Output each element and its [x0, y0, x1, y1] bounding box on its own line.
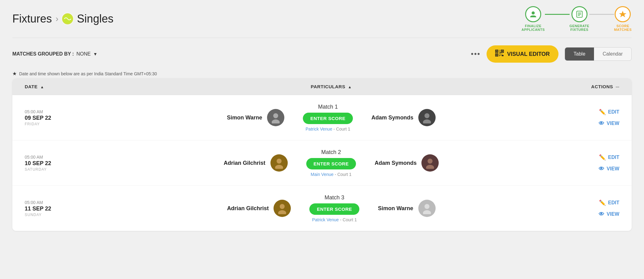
svg-point-31: [278, 210, 286, 214]
match-actions-2: ✏️ EDIT 👁 VIEW: [551, 154, 619, 172]
match-date-2: 05:00 AM 10 SEP 22 SATURDAY: [25, 155, 111, 172]
match-date-main-1: 09 SEP 22: [25, 115, 111, 121]
toolbar-right: •••: [471, 45, 632, 63]
grouped-by-control[interactable]: MATCHES GROUPED BY : NONE ▼: [12, 51, 98, 57]
view-button-2[interactable]: 👁 VIEW: [599, 166, 619, 172]
breadcrumb-current: Singles: [77, 12, 113, 25]
svg-rect-17: [500, 54, 501, 54]
edit-button-2[interactable]: ✏️ EDIT: [599, 154, 619, 161]
svg-point-27: [275, 165, 283, 169]
more-options-button[interactable]: •••: [471, 50, 480, 58]
step-generate-circle: [571, 6, 588, 22]
toolbar: MATCHES GROUPED BY : NONE ▼ •••: [12, 45, 632, 63]
step-finalize-icon: [529, 10, 537, 19]
breadcrumb: Fixtures › Singles: [12, 12, 113, 25]
step-connector-2: [589, 14, 614, 15]
match-particulars-2: Adrian Gilchrist Match 2 ENTER SCORE Mai…: [111, 149, 551, 177]
match-time-1: 05:00 AM: [25, 109, 111, 114]
enter-score-button-1[interactable]: ENTER SCORE: [303, 113, 353, 124]
step-score-label: SCORE MATCHES: [614, 24, 632, 31]
player1-3: Adrian Gilchrist: [227, 200, 291, 217]
step-score: SCORE MATCHES: [614, 6, 632, 31]
match-center-3: Match 3 ENTER SCORE Patrick Venue - Cour…: [309, 194, 359, 222]
info-text: Date and time shown below are as per Ind…: [19, 71, 157, 76]
view-button-1[interactable]: 👁 VIEW: [599, 120, 619, 127]
svg-rect-10: [502, 51, 503, 52]
table-row: 05:00 AM 09 SEP 22 FRIDAY Simon Warne Ma…: [12, 95, 632, 140]
svg-point-32: [424, 204, 429, 209]
venue-info-2: Main Venue - Court 1: [311, 172, 351, 177]
match-day-3: SUNDAY: [25, 213, 111, 217]
match-particulars-1: Simon Warne Match 1 ENTER SCORE Patrick …: [111, 104, 551, 131]
enter-score-button-2[interactable]: ENTER SCORE: [306, 158, 356, 169]
edit-icon-1: ✏️: [599, 109, 606, 115]
step-finalize-circle: [525, 6, 541, 22]
edit-icon-2: ✏️: [599, 154, 606, 161]
player1-1: Simon Warne: [227, 109, 284, 126]
view-button-3[interactable]: 👁 VIEW: [599, 211, 619, 218]
breadcrumb-separator: ›: [56, 14, 58, 24]
grouped-by-value: NONE: [76, 51, 90, 57]
match-title-1: Match 1: [318, 104, 338, 110]
step-score-icon: [618, 10, 627, 19]
player1-name-1: Simon Warne: [227, 115, 262, 121]
svg-point-28: [428, 159, 433, 164]
calendar-view-button[interactable]: Calendar: [594, 48, 631, 60]
player1-2: Adrian Gilchrist: [224, 154, 288, 172]
match-title-2: Match 2: [321, 149, 341, 156]
svg-point-0: [63, 15, 72, 23]
table-header-row: DATE ▲ PARTICULARS ▲ ACTIONS ···: [12, 78, 632, 95]
venue-name-2: Main Venue: [311, 172, 333, 177]
step-connector-1: [545, 14, 570, 15]
match-particulars-3: Adrian Gilchrist Match 3 ENTER SCORE Pat…: [111, 194, 551, 222]
player1-avatar-3: [274, 200, 291, 217]
table-view-button[interactable]: Table: [565, 48, 594, 60]
particulars-column-header: PARTICULARS ▲: [111, 84, 551, 89]
svg-point-30: [280, 204, 285, 209]
match-actions-3: ✏️ EDIT 👁 VIEW: [551, 199, 619, 218]
player1-avatar-2: [270, 154, 288, 172]
table-row: 05:00 AM 10 SEP 22 SATURDAY Adrian Gilch…: [12, 140, 632, 186]
match-time-3: 05:00 AM: [25, 200, 111, 205]
svg-rect-18: [502, 54, 502, 54]
player1-avatar-1: [267, 109, 284, 126]
eye-icon-3: 👁: [599, 211, 604, 218]
player2-1: Adam Symonds: [371, 109, 436, 126]
step-score-circle: [615, 6, 631, 22]
particulars-sort-icon[interactable]: ▲: [348, 85, 352, 89]
venue-name-1: Patrick Venue: [306, 127, 332, 131]
dropdown-arrow-icon: ▼: [93, 52, 98, 56]
match-center-1: Match 1 ENTER SCORE Patrick Venue - Cour…: [303, 104, 353, 131]
view-toggle: Table Calendar: [565, 47, 632, 61]
star-icon: ★: [12, 71, 17, 77]
matches-table: DATE ▲ PARTICULARS ▲ ACTIONS ··· 05:00 A…: [12, 78, 632, 231]
svg-rect-8: [496, 51, 497, 52]
info-bar: ★ Date and time shown below are as per I…: [12, 68, 632, 78]
breadcrumb-parent[interactable]: Fixtures: [12, 12, 52, 25]
header-divider: [12, 38, 632, 38]
venue-court-2: - Court 1: [335, 172, 351, 177]
step-finalize: FINALIZE APPLICANTS: [521, 6, 545, 31]
visual-editor-button[interactable]: VISUAL EDITOR: [487, 45, 558, 63]
eye-icon-1: 👁: [599, 120, 604, 127]
match-day-1: FRIDAY: [25, 122, 111, 126]
svg-rect-14: [499, 51, 500, 52]
enter-score-button-3[interactable]: ENTER SCORE: [309, 203, 359, 215]
match-title-3: Match 3: [324, 194, 344, 201]
player2-name-1: Adam Symonds: [371, 115, 413, 121]
venue-name-3: Patrick Venue: [312, 217, 339, 222]
player1-name-2: Adrian Gilchrist: [224, 160, 266, 166]
grouped-by-label: MATCHES GROUPED BY :: [12, 51, 74, 57]
venue-info-1: Patrick Venue - Court 1: [306, 127, 350, 131]
svg-rect-21: [502, 55, 504, 56]
venue-court-3: - Court 1: [340, 217, 357, 222]
svg-point-22: [273, 113, 278, 118]
page-header: Fixtures › Singles FINALIZE AP: [12, 6, 632, 31]
date-column-header: DATE ▲: [25, 84, 111, 89]
player2-2: Adam Symonds: [374, 154, 439, 172]
edit-button-1[interactable]: ✏️ EDIT: [599, 109, 619, 115]
date-sort-icon[interactable]: ▲: [40, 85, 44, 89]
player2-avatar-1: [418, 109, 436, 126]
edit-button-3[interactable]: ✏️ EDIT: [599, 199, 619, 206]
svg-point-24: [424, 113, 429, 118]
